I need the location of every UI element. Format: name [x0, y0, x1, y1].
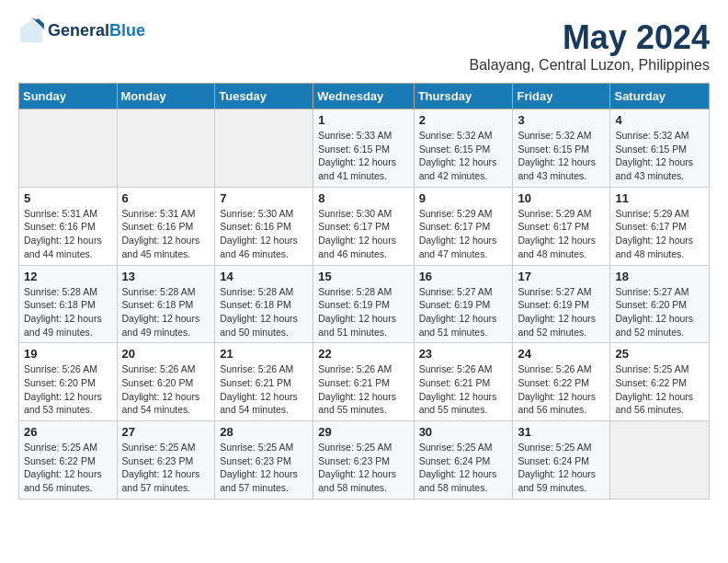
calendar-cell: 31Sunrise: 5:25 AM Sunset: 6:24 PM Dayli… — [513, 421, 610, 500]
calendar-cell: 10Sunrise: 5:29 AM Sunset: 6:17 PM Dayli… — [513, 187, 610, 265]
day-number: 29 — [318, 425, 408, 439]
weekday-header-row: SundayMondayTuesdayWednesdayThursdayFrid… — [19, 84, 710, 109]
calendar-cell: 15Sunrise: 5:28 AM Sunset: 6:19 PM Dayli… — [313, 265, 414, 343]
week-row-1: 1Sunrise: 5:33 AM Sunset: 6:15 PM Daylig… — [19, 109, 710, 188]
weekday-header-tuesday: Tuesday — [215, 84, 313, 109]
day-number: 8 — [318, 191, 408, 205]
day-number: 28 — [220, 425, 308, 439]
day-info: Sunrise: 5:25 AM Sunset: 6:22 PM Dayligh… — [615, 362, 704, 417]
calendar-cell: 22Sunrise: 5:26 AM Sunset: 6:21 PM Dayli… — [313, 343, 414, 421]
day-number: 20 — [122, 347, 210, 361]
calendar-cell: 25Sunrise: 5:25 AM Sunset: 6:22 PM Dayli… — [610, 343, 710, 421]
day-number: 9 — [419, 191, 508, 205]
calendar-cell: 4Sunrise: 5:32 AM Sunset: 6:15 PM Daylig… — [610, 109, 710, 188]
day-info: Sunrise: 5:29 AM Sunset: 6:17 PM Dayligh… — [518, 207, 605, 261]
week-row-3: 12Sunrise: 5:28 AM Sunset: 6:18 PM Dayli… — [19, 265, 710, 343]
day-number: 6 — [122, 191, 210, 205]
day-info: Sunrise: 5:25 AM Sunset: 6:23 PM Dayligh… — [220, 441, 308, 495]
weekday-header-friday: Friday — [513, 84, 610, 109]
calendar-cell: 7Sunrise: 5:30 AM Sunset: 6:16 PM Daylig… — [215, 187, 313, 265]
calendar-cell: 8Sunrise: 5:30 AM Sunset: 6:17 PM Daylig… — [313, 187, 414, 265]
day-info: Sunrise: 5:25 AM Sunset: 6:24 PM Dayligh… — [518, 441, 605, 495]
calendar-table: SundayMondayTuesdayWednesdayThursdayFrid… — [18, 83, 710, 500]
calendar-cell: 11Sunrise: 5:29 AM Sunset: 6:17 PM Dayli… — [610, 187, 710, 265]
week-row-5: 26Sunrise: 5:25 AM Sunset: 6:22 PM Dayli… — [19, 421, 710, 500]
day-number: 18 — [615, 270, 704, 283]
day-number: 13 — [122, 270, 210, 283]
weekday-header-sunday: Sunday — [19, 84, 118, 109]
calendar-cell: 12Sunrise: 5:28 AM Sunset: 6:18 PM Dayli… — [19, 265, 118, 343]
calendar-cell: 6Sunrise: 5:31 AM Sunset: 6:16 PM Daylig… — [117, 187, 215, 265]
calendar-cell — [610, 421, 710, 500]
calendar-cell: 20Sunrise: 5:26 AM Sunset: 6:20 PM Dayli… — [117, 343, 215, 421]
calendar-cell: 23Sunrise: 5:26 AM Sunset: 6:21 PM Dayli… — [414, 343, 513, 421]
day-info: Sunrise: 5:30 AM Sunset: 6:16 PM Dayligh… — [220, 207, 308, 261]
calendar-cell: 2Sunrise: 5:32 AM Sunset: 6:15 PM Daylig… — [414, 109, 513, 188]
calendar-cell: 5Sunrise: 5:31 AM Sunset: 6:16 PM Daylig… — [19, 187, 118, 265]
weekday-header-thursday: Thursday — [414, 84, 513, 109]
day-info: Sunrise: 5:33 AM Sunset: 6:15 PM Dayligh… — [318, 129, 408, 183]
logo-text: GeneralBlue — [48, 21, 145, 41]
day-number: 21 — [220, 347, 308, 361]
calendar-cell — [215, 109, 313, 188]
day-number: 5 — [24, 191, 112, 205]
calendar-cell: 3Sunrise: 5:32 AM Sunset: 6:15 PM Daylig… — [513, 109, 610, 188]
logo-icon — [18, 18, 44, 44]
day-info: Sunrise: 5:26 AM Sunset: 6:21 PM Dayligh… — [318, 362, 408, 417]
day-number: 7 — [220, 191, 308, 205]
day-number: 19 — [24, 347, 112, 361]
day-number: 2 — [419, 113, 508, 127]
location-title: Balayang, Central Luzon, Philippines — [470, 57, 711, 74]
day-info: Sunrise: 5:32 AM Sunset: 6:15 PM Dayligh… — [419, 129, 508, 183]
day-info: Sunrise: 5:27 AM Sunset: 6:19 PM Dayligh… — [419, 285, 508, 339]
day-info: Sunrise: 5:28 AM Sunset: 6:19 PM Dayligh… — [318, 285, 408, 339]
calendar-cell: 27Sunrise: 5:25 AM Sunset: 6:23 PM Dayli… — [117, 421, 215, 500]
day-info: Sunrise: 5:26 AM Sunset: 6:20 PM Dayligh… — [24, 362, 112, 417]
calendar-cell: 26Sunrise: 5:25 AM Sunset: 6:22 PM Dayli… — [19, 421, 118, 500]
logo: GeneralBlue — [18, 18, 145, 44]
day-number: 11 — [615, 191, 704, 205]
day-number: 30 — [419, 425, 508, 439]
calendar-cell: 16Sunrise: 5:27 AM Sunset: 6:19 PM Dayli… — [414, 265, 513, 343]
calendar-cell: 30Sunrise: 5:25 AM Sunset: 6:24 PM Dayli… — [414, 421, 513, 500]
day-number: 22 — [318, 347, 408, 361]
day-number: 4 — [615, 113, 704, 127]
day-info: Sunrise: 5:25 AM Sunset: 6:23 PM Dayligh… — [318, 441, 408, 495]
calendar-cell: 17Sunrise: 5:27 AM Sunset: 6:19 PM Dayli… — [513, 265, 610, 343]
day-info: Sunrise: 5:32 AM Sunset: 6:15 PM Dayligh… — [615, 129, 704, 183]
day-number: 25 — [615, 347, 704, 361]
calendar-cell: 13Sunrise: 5:28 AM Sunset: 6:18 PM Dayli… — [117, 265, 215, 343]
calendar-cell: 14Sunrise: 5:28 AM Sunset: 6:18 PM Dayli… — [215, 265, 313, 343]
day-number: 1 — [318, 113, 408, 127]
day-info: Sunrise: 5:28 AM Sunset: 6:18 PM Dayligh… — [220, 285, 308, 339]
title-block: May 2024 Balayang, Central Luzon, Philip… — [470, 18, 711, 74]
weekday-header-wednesday: Wednesday — [313, 84, 414, 109]
day-info: Sunrise: 5:27 AM Sunset: 6:20 PM Dayligh… — [615, 285, 704, 339]
calendar-cell: 1Sunrise: 5:33 AM Sunset: 6:15 PM Daylig… — [313, 109, 414, 188]
month-title: May 2024 — [470, 18, 711, 57]
page-header: GeneralBlue May 2024 Balayang, Central L… — [18, 18, 710, 74]
day-number: 14 — [220, 270, 308, 283]
calendar-cell — [19, 109, 118, 188]
day-info: Sunrise: 5:30 AM Sunset: 6:17 PM Dayligh… — [318, 207, 408, 261]
day-number: 17 — [518, 270, 605, 283]
day-number: 24 — [518, 347, 605, 361]
day-info: Sunrise: 5:29 AM Sunset: 6:17 PM Dayligh… — [419, 207, 508, 261]
day-number: 10 — [518, 191, 605, 205]
day-info: Sunrise: 5:25 AM Sunset: 6:22 PM Dayligh… — [24, 441, 112, 495]
day-info: Sunrise: 5:26 AM Sunset: 6:21 PM Dayligh… — [220, 362, 308, 417]
day-info: Sunrise: 5:32 AM Sunset: 6:15 PM Dayligh… — [518, 129, 605, 183]
calendar-cell — [117, 109, 215, 188]
day-info: Sunrise: 5:28 AM Sunset: 6:18 PM Dayligh… — [122, 285, 210, 339]
day-number: 27 — [122, 425, 210, 439]
day-info: Sunrise: 5:26 AM Sunset: 6:22 PM Dayligh… — [518, 362, 605, 417]
day-info: Sunrise: 5:26 AM Sunset: 6:21 PM Dayligh… — [419, 362, 508, 417]
day-number: 16 — [419, 270, 508, 283]
day-info: Sunrise: 5:31 AM Sunset: 6:16 PM Dayligh… — [122, 207, 210, 261]
calendar-cell: 21Sunrise: 5:26 AM Sunset: 6:21 PM Dayli… — [215, 343, 313, 421]
calendar-cell: 24Sunrise: 5:26 AM Sunset: 6:22 PM Dayli… — [513, 343, 610, 421]
day-number: 31 — [518, 425, 605, 439]
day-info: Sunrise: 5:25 AM Sunset: 6:23 PM Dayligh… — [122, 441, 210, 495]
calendar-cell: 9Sunrise: 5:29 AM Sunset: 6:17 PM Daylig… — [414, 187, 513, 265]
day-number: 3 — [518, 113, 605, 127]
